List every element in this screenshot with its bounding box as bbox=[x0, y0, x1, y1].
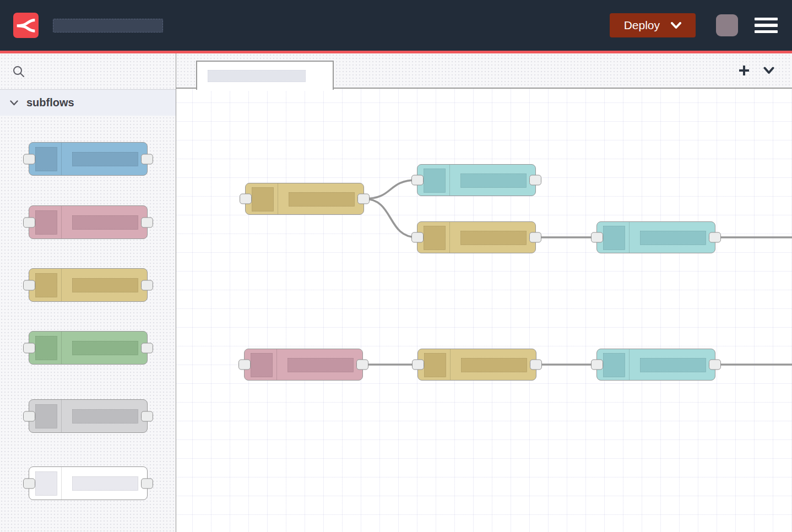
node-label-placeholder bbox=[72, 409, 138, 424]
wire[interactable] bbox=[364, 180, 417, 199]
plus-icon bbox=[738, 64, 750, 77]
palette-sidebar: subflows bbox=[0, 53, 176, 532]
palette-category-subflows[interactable]: subflows bbox=[0, 90, 176, 116]
user-avatar[interactable] bbox=[716, 14, 738, 36]
output-port[interactable] bbox=[141, 478, 153, 488]
node-divider bbox=[449, 222, 450, 253]
output-port[interactable] bbox=[141, 217, 153, 227]
node-icon-placeholder bbox=[424, 353, 446, 377]
flow-node-tan[interactable] bbox=[417, 349, 536, 381]
deploy-button[interactable]: Deploy bbox=[610, 13, 696, 37]
hamburger-menu-icon bbox=[755, 18, 778, 21]
node-icon-placeholder bbox=[251, 353, 273, 377]
node-label-placeholder bbox=[287, 358, 354, 372]
tab-actions bbox=[736, 53, 777, 88]
search-icon bbox=[12, 65, 25, 78]
output-port[interactable] bbox=[141, 154, 153, 164]
node-red-fork-icon bbox=[17, 16, 35, 35]
node-icon-placeholder bbox=[35, 404, 57, 428]
flow-node-cyan[interactable] bbox=[417, 164, 536, 196]
output-port[interactable] bbox=[141, 280, 153, 290]
node-label-placeholder bbox=[72, 476, 138, 491]
output-port[interactable] bbox=[529, 232, 541, 243]
node-icon-placeholder bbox=[424, 226, 446, 250]
flow-node-tan[interactable] bbox=[417, 221, 536, 253]
title-placeholder bbox=[53, 19, 163, 32]
wire[interactable] bbox=[364, 199, 417, 237]
app-logo[interactable] bbox=[13, 13, 39, 38]
input-port[interactable] bbox=[23, 154, 35, 164]
node-divider bbox=[449, 165, 450, 196]
palette-node-pink[interactable] bbox=[29, 205, 148, 239]
output-port[interactable] bbox=[709, 360, 721, 370]
output-port[interactable] bbox=[141, 411, 153, 421]
input-port[interactable] bbox=[23, 343, 35, 353]
node-divider bbox=[61, 269, 62, 301]
flow-editor-app: Deploy bbox=[0, 0, 792, 532]
node-icon-placeholder bbox=[603, 353, 625, 377]
output-port[interactable] bbox=[356, 360, 368, 370]
node-label-placeholder bbox=[72, 278, 138, 292]
tab-list-button[interactable] bbox=[761, 64, 777, 77]
node-label-placeholder bbox=[72, 215, 138, 230]
input-port[interactable] bbox=[23, 478, 35, 488]
output-port[interactable] bbox=[529, 175, 541, 186]
output-port[interactable] bbox=[530, 360, 542, 370]
input-port[interactable] bbox=[411, 232, 424, 243]
menu-button[interactable] bbox=[755, 17, 778, 35]
node-icon-placeholder bbox=[35, 147, 57, 171]
node-divider bbox=[61, 400, 62, 432]
palette-node-green[interactable] bbox=[29, 331, 148, 365]
flow-node-cyan[interactable] bbox=[596, 221, 715, 253]
palette-node-tan[interactable] bbox=[29, 268, 148, 302]
node-icon-placeholder bbox=[603, 226, 625, 250]
node-divider bbox=[278, 183, 278, 214]
workspace bbox=[176, 53, 792, 532]
input-port[interactable] bbox=[23, 217, 35, 227]
palette-node-gray[interactable] bbox=[29, 399, 148, 433]
node-divider bbox=[61, 467, 62, 500]
output-port[interactable] bbox=[709, 232, 721, 243]
deploy-label: Deploy bbox=[624, 19, 660, 32]
node-icon-placeholder bbox=[35, 210, 57, 235]
main-content: subflows bbox=[0, 53, 792, 532]
palette-node-blue[interactable] bbox=[29, 142, 148, 176]
node-label-placeholder bbox=[640, 358, 706, 372]
chevron-down-icon bbox=[10, 100, 18, 106]
add-flow-button[interactable] bbox=[736, 62, 752, 79]
input-port[interactable] bbox=[411, 175, 424, 186]
node-icon-placeholder bbox=[424, 169, 446, 193]
node-icon-placeholder bbox=[35, 336, 57, 360]
header: Deploy bbox=[0, 0, 792, 53]
node-label-placeholder bbox=[460, 173, 527, 188]
wires-layer bbox=[176, 89, 792, 532]
palette-node-white[interactable] bbox=[29, 466, 148, 500]
input-port[interactable] bbox=[238, 360, 251, 370]
chevron-down-icon bbox=[671, 22, 681, 29]
node-label-placeholder bbox=[460, 231, 527, 245]
flow-canvas[interactable] bbox=[176, 89, 792, 532]
node-label-placeholder bbox=[72, 341, 138, 355]
input-port[interactable] bbox=[23, 280, 35, 290]
node-divider bbox=[629, 349, 630, 380]
chevron-down-icon bbox=[763, 67, 774, 74]
node-icon-placeholder bbox=[35, 273, 57, 297]
node-label-placeholder bbox=[640, 231, 706, 245]
input-port[interactable] bbox=[412, 360, 424, 370]
input-port[interactable] bbox=[591, 232, 603, 243]
output-port[interactable] bbox=[141, 343, 153, 353]
node-label-placeholder bbox=[461, 358, 527, 372]
node-icon-placeholder bbox=[35, 471, 57, 496]
node-divider bbox=[450, 349, 451, 380]
input-port[interactable] bbox=[23, 411, 35, 421]
palette-search[interactable] bbox=[0, 53, 176, 90]
node-label-placeholder bbox=[72, 152, 138, 166]
output-port[interactable] bbox=[357, 194, 370, 204]
input-port[interactable] bbox=[591, 360, 603, 370]
flow-node-tan[interactable] bbox=[245, 183, 364, 215]
category-label: subflows bbox=[26, 96, 74, 109]
tab-flow-1[interactable] bbox=[196, 61, 334, 90]
flow-node-cyan[interactable] bbox=[596, 349, 715, 381]
flow-node-pink[interactable] bbox=[244, 349, 363, 381]
input-port[interactable] bbox=[240, 194, 252, 204]
